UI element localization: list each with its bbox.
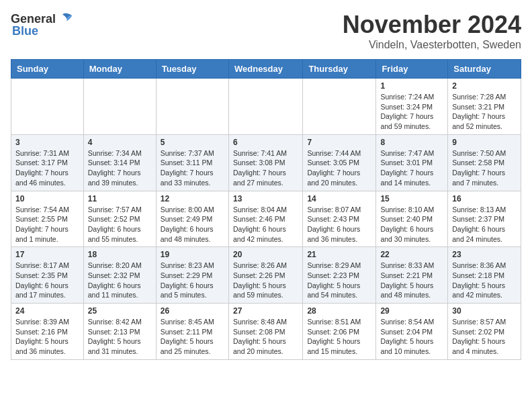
- day-info: Sunrise: 8:20 AM Sunset: 2:32 PM Dayligh…: [88, 261, 152, 300]
- week-row-1: 1Sunrise: 7:24 AM Sunset: 3:24 PM Daylig…: [11, 79, 521, 135]
- calendar-cell: 13Sunrise: 8:04 AM Sunset: 2:46 PM Dayli…: [228, 191, 302, 247]
- day-number: 6: [233, 138, 298, 147]
- calendar-cell: [228, 79, 302, 135]
- day-number: 22: [380, 250, 443, 259]
- calendar-cell: 17Sunrise: 8:17 AM Sunset: 2:35 PM Dayli…: [11, 247, 84, 304]
- calendar-cell: 30Sunrise: 8:57 AM Sunset: 2:02 PM Dayli…: [448, 304, 521, 360]
- calendar-cell: 7Sunrise: 7:44 AM Sunset: 3:05 PM Daylig…: [303, 134, 376, 191]
- calendar-cell: 8Sunrise: 7:47 AM Sunset: 3:01 PM Daylig…: [376, 134, 448, 191]
- day-info: Sunrise: 7:50 AM Sunset: 2:58 PM Dayligh…: [452, 148, 517, 188]
- calendar-cell: 28Sunrise: 8:51 AM Sunset: 2:06 PM Dayli…: [303, 304, 376, 360]
- day-info: Sunrise: 8:36 AM Sunset: 2:18 PM Dayligh…: [452, 261, 517, 300]
- day-number: 18: [88, 250, 152, 259]
- day-number: 26: [161, 306, 224, 316]
- calendar-cell: 16Sunrise: 8:13 AM Sunset: 2:37 PM Dayli…: [448, 191, 521, 247]
- location-text: Vindeln, Vaesterbotten, Sweden: [343, 39, 521, 51]
- day-info: Sunrise: 8:51 AM Sunset: 2:06 PM Dayligh…: [307, 317, 371, 357]
- day-number: 4: [88, 138, 152, 147]
- day-info: Sunrise: 8:39 AM Sunset: 2:16 PM Dayligh…: [15, 317, 79, 357]
- day-number: 28: [307, 306, 371, 316]
- day-number: 12: [161, 194, 224, 203]
- week-row-3: 10Sunrise: 7:54 AM Sunset: 2:55 PM Dayli…: [11, 191, 521, 247]
- calendar-cell: 2Sunrise: 7:28 AM Sunset: 3:21 PM Daylig…: [448, 79, 521, 135]
- title-section: November 2024 Vindeln, Vaesterbotten, Sw…: [343, 11, 521, 51]
- page-header: General Blue November 2024 Vindeln, Vaes…: [11, 11, 521, 51]
- day-number: 20: [233, 250, 298, 259]
- day-number: 13: [233, 194, 298, 203]
- day-info: Sunrise: 8:26 AM Sunset: 2:26 PM Dayligh…: [233, 261, 298, 300]
- day-number: 9: [452, 138, 517, 147]
- calendar-cell: 5Sunrise: 7:37 AM Sunset: 3:11 PM Daylig…: [156, 134, 228, 191]
- calendar-cell: 23Sunrise: 8:36 AM Sunset: 2:18 PM Dayli…: [448, 247, 521, 304]
- calendar-cell: 6Sunrise: 7:41 AM Sunset: 3:08 PM Daylig…: [228, 134, 302, 191]
- day-info: Sunrise: 7:34 AM Sunset: 3:14 PM Dayligh…: [88, 148, 152, 188]
- logo-blue-text: Blue: [12, 24, 38, 38]
- day-info: Sunrise: 8:45 AM Sunset: 2:11 PM Dayligh…: [161, 317, 224, 357]
- calendar-cell: 4Sunrise: 7:34 AM Sunset: 3:14 PM Daylig…: [83, 134, 156, 191]
- logo-bird-icon: [57, 11, 73, 27]
- day-info: Sunrise: 8:17 AM Sunset: 2:35 PM Dayligh…: [15, 261, 79, 300]
- day-number: 11: [88, 194, 152, 203]
- calendar-cell: 1Sunrise: 7:24 AM Sunset: 3:24 PM Daylig…: [376, 79, 448, 135]
- day-number: 24: [15, 306, 79, 316]
- calendar-cell: [83, 79, 156, 135]
- month-title: November 2024: [343, 11, 521, 39]
- day-number: 1: [380, 81, 443, 91]
- day-info: Sunrise: 7:44 AM Sunset: 3:05 PM Dayligh…: [307, 148, 371, 188]
- calendar-header-row: SundayMondayTuesdayWednesdayThursdayFrid…: [11, 60, 521, 79]
- day-number: 29: [380, 306, 443, 316]
- day-number: 7: [307, 138, 371, 147]
- weekday-header-saturday: Saturday: [448, 60, 521, 79]
- day-number: 25: [88, 306, 152, 316]
- day-info: Sunrise: 7:28 AM Sunset: 3:21 PM Dayligh…: [452, 92, 517, 132]
- calendar-cell: 10Sunrise: 7:54 AM Sunset: 2:55 PM Dayli…: [11, 191, 84, 247]
- calendar-cell: 20Sunrise: 8:26 AM Sunset: 2:26 PM Dayli…: [228, 247, 302, 304]
- day-info: Sunrise: 8:54 AM Sunset: 2:04 PM Dayligh…: [380, 317, 443, 357]
- weekday-header-monday: Monday: [83, 60, 156, 79]
- day-info: Sunrise: 8:00 AM Sunset: 2:49 PM Dayligh…: [161, 205, 224, 244]
- day-info: Sunrise: 8:33 AM Sunset: 2:21 PM Dayligh…: [380, 261, 443, 300]
- day-info: Sunrise: 8:13 AM Sunset: 2:37 PM Dayligh…: [452, 205, 517, 244]
- calendar-cell: 29Sunrise: 8:54 AM Sunset: 2:04 PM Dayli…: [376, 304, 448, 360]
- day-number: 23: [452, 250, 517, 259]
- day-info: Sunrise: 7:57 AM Sunset: 2:52 PM Dayligh…: [88, 205, 152, 244]
- calendar-cell: 22Sunrise: 8:33 AM Sunset: 2:21 PM Dayli…: [376, 247, 448, 304]
- calendar-cell: 27Sunrise: 8:48 AM Sunset: 2:08 PM Dayli…: [228, 304, 302, 360]
- day-number: 5: [161, 138, 224, 147]
- day-number: 15: [380, 194, 443, 203]
- day-number: 30: [452, 306, 517, 316]
- day-info: Sunrise: 7:31 AM Sunset: 3:17 PM Dayligh…: [15, 148, 79, 188]
- day-info: Sunrise: 8:04 AM Sunset: 2:46 PM Dayligh…: [233, 205, 298, 244]
- calendar-cell: [156, 79, 228, 135]
- calendar-cell: 15Sunrise: 8:10 AM Sunset: 2:40 PM Dayli…: [376, 191, 448, 247]
- calendar-cell: 14Sunrise: 8:07 AM Sunset: 2:43 PM Dayli…: [303, 191, 376, 247]
- calendar-cell: 24Sunrise: 8:39 AM Sunset: 2:16 PM Dayli…: [11, 304, 84, 360]
- day-number: 19: [161, 250, 224, 259]
- day-number: 27: [233, 306, 298, 316]
- day-number: 17: [15, 250, 79, 259]
- day-info: Sunrise: 8:48 AM Sunset: 2:08 PM Dayligh…: [233, 317, 298, 357]
- weekday-header-sunday: Sunday: [11, 60, 84, 79]
- day-number: 8: [380, 138, 443, 147]
- day-number: 2: [452, 81, 517, 91]
- day-info: Sunrise: 7:54 AM Sunset: 2:55 PM Dayligh…: [15, 205, 79, 244]
- day-info: Sunrise: 7:41 AM Sunset: 3:08 PM Dayligh…: [233, 148, 298, 188]
- week-row-5: 24Sunrise: 8:39 AM Sunset: 2:16 PM Dayli…: [11, 304, 521, 360]
- weekday-header-thursday: Thursday: [303, 60, 376, 79]
- calendar-cell: 3Sunrise: 7:31 AM Sunset: 3:17 PM Daylig…: [11, 134, 84, 191]
- week-row-2: 3Sunrise: 7:31 AM Sunset: 3:17 PM Daylig…: [11, 134, 521, 191]
- day-info: Sunrise: 8:29 AM Sunset: 2:23 PM Dayligh…: [307, 261, 371, 300]
- week-row-4: 17Sunrise: 8:17 AM Sunset: 2:35 PM Dayli…: [11, 247, 521, 304]
- calendar-cell: 12Sunrise: 8:00 AM Sunset: 2:49 PM Dayli…: [156, 191, 228, 247]
- calendar-cell: [11, 79, 84, 135]
- logo: General Blue: [11, 11, 73, 38]
- day-info: Sunrise: 8:42 AM Sunset: 2:13 PM Dayligh…: [88, 317, 152, 357]
- day-info: Sunrise: 7:47 AM Sunset: 3:01 PM Dayligh…: [380, 148, 443, 188]
- weekday-header-wednesday: Wednesday: [228, 60, 302, 79]
- weekday-header-friday: Friday: [376, 60, 448, 79]
- day-number: 10: [15, 194, 79, 203]
- calendar-cell: 11Sunrise: 7:57 AM Sunset: 2:52 PM Dayli…: [83, 191, 156, 247]
- day-info: Sunrise: 8:10 AM Sunset: 2:40 PM Dayligh…: [380, 205, 443, 244]
- calendar-cell: 19Sunrise: 8:23 AM Sunset: 2:29 PM Dayli…: [156, 247, 228, 304]
- calendar-cell: 18Sunrise: 8:20 AM Sunset: 2:32 PM Dayli…: [83, 247, 156, 304]
